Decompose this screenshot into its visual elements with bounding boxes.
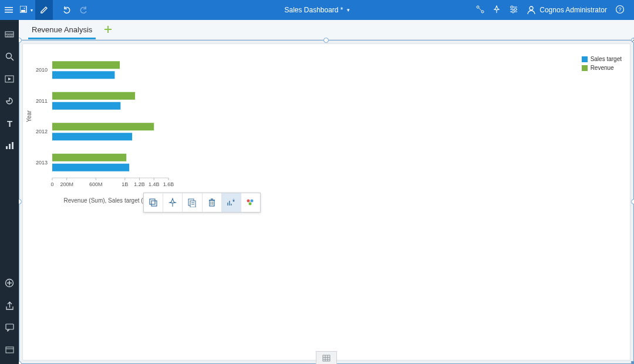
svg-text:2012: 2012 — [36, 129, 48, 134]
svg-text:1010: 1010 — [6, 34, 12, 38]
resize-handle-e[interactable] — [631, 199, 634, 204]
svg-text:?: ? — [618, 6, 621, 12]
svg-rect-1 — [5, 9, 13, 11]
chevron-down-icon: ▾ — [347, 7, 350, 13]
dashboard-title-dropdown[interactable]: Sales Dashboard * ▾ — [284, 6, 349, 14]
search-icon[interactable] — [4, 50, 15, 62]
color-palette-button[interactable] — [241, 193, 260, 212]
svg-rect-117 — [52, 123, 154, 130]
user-icon — [527, 5, 536, 15]
svg-rect-24 — [6, 146, 8, 149]
connector-icon[interactable] — [476, 5, 484, 15]
tab-bar: Revenue Analysis — [19, 20, 634, 40]
svg-point-153 — [248, 203, 251, 205]
svg-point-9 — [511, 6, 513, 8]
svg-rect-118 — [52, 133, 132, 140]
data-source-icon[interactable]: 1010 — [4, 28, 15, 40]
svg-point-152 — [250, 200, 253, 203]
svg-text:0: 0 — [50, 181, 53, 187]
user-menu[interactable]: Cognos Administrator — [527, 5, 607, 15]
pin-icon[interactable] — [493, 5, 501, 15]
svg-text:1.4B: 1.4B — [149, 181, 160, 187]
bar-chart: 20102011201220130200M600M1B1.2B1.4B1.6BR… — [23, 44, 224, 208]
svg-point-6 — [481, 11, 484, 13]
svg-rect-121 — [52, 164, 129, 171]
left-rail: 1010 T — [0, 20, 19, 364]
svg-rect-4 — [21, 10, 25, 12]
svg-text:2013: 2013 — [36, 160, 48, 166]
edit-mode-button[interactable] — [35, 0, 53, 20]
svg-text:1B: 1B — [122, 181, 128, 187]
pin-tool-button[interactable] — [163, 193, 183, 212]
grid-icon — [322, 355, 331, 362]
share-icon[interactable] — [4, 299, 15, 311]
add-tab-button[interactable] — [103, 24, 113, 35]
svg-text:200M: 200M — [60, 181, 73, 187]
svg-text:1.6B: 1.6B — [163, 181, 174, 187]
svg-rect-25 — [9, 144, 11, 149]
svg-point-20 — [6, 53, 11, 58]
select-tool-button[interactable] — [144, 193, 163, 212]
revenue-target-bar-card[interactable]: 20102011201220130200M600M1B1.2B1.4B1.6BR… — [19, 40, 227, 213]
svg-rect-112 — [52, 71, 114, 79]
delete-button[interactable] — [203, 193, 222, 212]
svg-rect-120 — [52, 154, 126, 161]
svg-rect-26 — [12, 142, 14, 149]
svg-rect-114 — [52, 92, 135, 100]
help-icon[interactable]: ? — [615, 5, 625, 16]
properties-icon[interactable] — [4, 344, 15, 356]
change-visualization-button[interactable] — [222, 193, 241, 212]
media-icon[interactable] — [4, 73, 15, 85]
tab-revenue-analysis[interactable]: Revenue Analysis — [28, 21, 96, 39]
undo-button[interactable] — [58, 0, 75, 20]
expand-handle-ne[interactable] — [631, 38, 634, 43]
svg-line-7 — [479, 8, 482, 11]
duplicate-button[interactable] — [183, 193, 202, 212]
redo-button[interactable] — [75, 0, 93, 20]
add-icon[interactable] — [4, 277, 15, 289]
bar-chart-legend: Sales target Revenue — [582, 56, 622, 73]
resize-handle-n[interactable] — [323, 38, 329, 43]
svg-rect-31 — [6, 347, 14, 353]
top-bar: ▾ Sales Dashboard * ▾ Cognos Administrat… — [0, 0, 634, 20]
bottom-tray-button[interactable] — [316, 351, 337, 364]
user-name: Cognos Administrator — [539, 6, 607, 14]
svg-rect-2 — [5, 12, 13, 13]
top-bar-left: ▾ — [0, 0, 93, 20]
resize-handle-se[interactable] — [631, 361, 634, 364]
chart-icon[interactable] — [4, 140, 15, 151]
menu-icon[interactable] — [0, 0, 18, 20]
svg-rect-145 — [210, 200, 214, 206]
widget-context-toolbar — [143, 193, 261, 213]
dashboard-canvas[interactable]: 89.2M Quantity 4.69B Revenue 1.92B Gross… — [19, 40, 634, 364]
svg-point-14 — [530, 6, 533, 10]
shape-icon[interactable] — [4, 95, 15, 107]
svg-rect-30 — [6, 324, 14, 329]
top-bar-right: Cognos Administrator ? — [476, 5, 634, 16]
save-dropdown-button[interactable]: ▾ — [18, 0, 35, 20]
svg-text:600M: 600M — [89, 181, 103, 187]
text-icon[interactable]: T — [4, 117, 15, 129]
svg-point-151 — [247, 200, 249, 203]
svg-rect-140 — [151, 201, 157, 206]
svg-text:1.2B: 1.2B — [134, 181, 145, 187]
svg-point-13 — [512, 11, 514, 13]
comment-icon[interactable] — [4, 322, 15, 333]
svg-rect-139 — [150, 199, 155, 204]
svg-rect-115 — [52, 102, 120, 110]
svg-text:T: T — [6, 119, 12, 128]
svg-point-5 — [477, 6, 479, 8]
svg-point-11 — [514, 8, 517, 11]
svg-rect-0 — [5, 7, 13, 8]
settings-icon[interactable] — [509, 5, 518, 15]
svg-text:2011: 2011 — [36, 98, 48, 104]
dashboard-title: Sales Dashboard * — [284, 6, 343, 14]
svg-text:Year: Year — [26, 110, 32, 122]
svg-text:2010: 2010 — [36, 67, 48, 73]
svg-rect-111 — [52, 61, 120, 69]
svg-rect-154 — [323, 355, 330, 361]
svg-line-21 — [11, 58, 14, 60]
